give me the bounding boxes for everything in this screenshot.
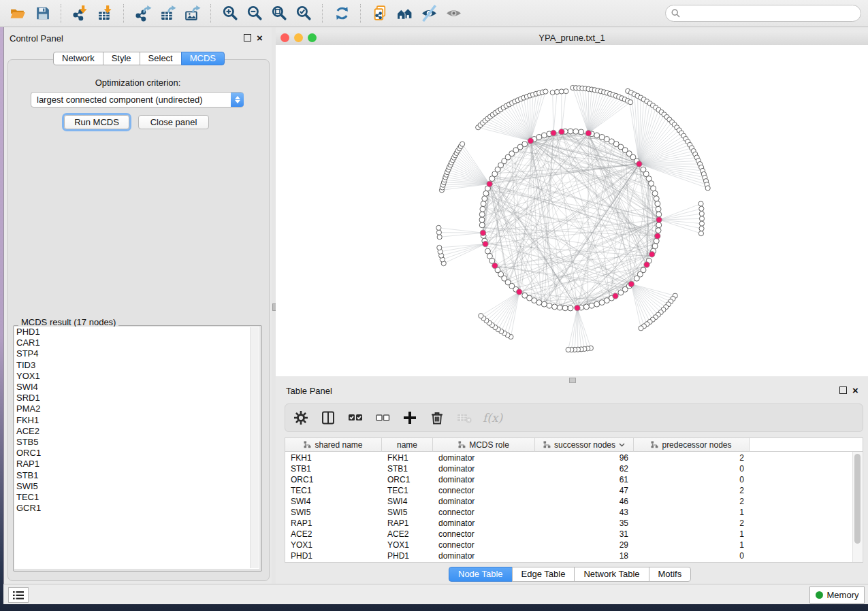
column-header-shared-name[interactable]: shared name xyxy=(285,438,382,452)
mcds-result-item[interactable]: ACE2 xyxy=(14,426,259,437)
mcds-list-scrollbar[interactable] xyxy=(250,327,259,568)
deselect-all-button[interactable] xyxy=(374,408,391,428)
close-panel-icon[interactable]: × xyxy=(257,35,263,41)
mcds-result-item[interactable]: SWI5 xyxy=(14,481,259,492)
save-session-button[interactable] xyxy=(30,2,54,25)
network-graph[interactable] xyxy=(276,45,868,376)
table-row[interactable]: ACE2ACE2connector311 xyxy=(285,529,750,540)
cell-predecessor-nodes[interactable]: 2 xyxy=(634,496,750,507)
zoom-out-button[interactable] xyxy=(242,2,267,25)
zoom-in-button[interactable] xyxy=(218,2,242,25)
cell-successor-nodes[interactable]: 61 xyxy=(535,474,634,485)
mcds-result-item[interactable]: SWI4 xyxy=(14,382,259,393)
cell-name[interactable]: ACE2 xyxy=(382,529,433,540)
mcds-result-item[interactable]: CAR1 xyxy=(14,337,259,348)
float-table-panel-icon[interactable] xyxy=(839,386,847,394)
close-table-panel-icon[interactable]: × xyxy=(852,387,858,393)
table-row[interactable]: SWI5SWI5connector431 xyxy=(285,507,750,518)
mcds-result-item[interactable]: RAP1 xyxy=(14,459,259,469)
cell-shared-name[interactable]: TEC1 xyxy=(285,485,382,496)
table-scrollbar-thumb[interactable] xyxy=(854,454,861,544)
cell-MCDS-role[interactable]: dominator xyxy=(433,463,535,474)
float-panel-icon[interactable] xyxy=(244,34,251,42)
export-table-button[interactable] xyxy=(155,2,180,25)
cell-successor-nodes[interactable]: 47 xyxy=(535,485,634,496)
delete-columns-button[interactable] xyxy=(428,408,446,428)
column-header-name[interactable]: name xyxy=(382,438,433,452)
mcds-result-item[interactable]: STP4 xyxy=(14,348,259,359)
import-table-button[interactable] xyxy=(93,2,117,25)
cell-shared-name[interactable]: YOX1 xyxy=(285,540,382,550)
cell-name[interactable]: SWI4 xyxy=(382,496,433,507)
table-row[interactable]: PHD1PHD1dominator180 xyxy=(285,550,750,561)
mcds-result-item[interactable]: PHD1 xyxy=(14,327,259,337)
cell-MCDS-role[interactable]: dominator xyxy=(433,474,535,485)
cell-shared-name[interactable]: STB1 xyxy=(285,463,382,474)
cell-shared-name[interactable]: SWI5 xyxy=(285,507,382,518)
cell-shared-name[interactable]: ACE2 xyxy=(285,529,382,540)
column-header-successor-nodes[interactable]: successor nodes xyxy=(535,438,634,452)
cell-name[interactable]: RAP1 xyxy=(382,518,433,529)
cell-predecessor-nodes[interactable]: 0 xyxy=(634,463,750,474)
mcds-result-list[interactable]: PHD1CAR1STP4TID3YOX1SWI4SRD1PMA2FKH1ACE2… xyxy=(14,327,259,569)
cell-shared-name[interactable]: SWI4 xyxy=(285,496,382,507)
cell-name[interactable]: ORC1 xyxy=(382,474,433,485)
cell-predecessor-nodes[interactable]: 1 xyxy=(634,507,750,518)
cell-successor-nodes[interactable]: 62 xyxy=(535,463,634,474)
tab-mcds[interactable]: MCDS xyxy=(181,52,225,65)
column-header-MCDS-role[interactable]: MCDS role xyxy=(433,438,535,452)
tab-network-table[interactable]: Network Table xyxy=(574,567,649,582)
column-header-predecessor-nodes[interactable]: predecessor nodes xyxy=(634,438,750,452)
mcds-result-item[interactable]: SRD1 xyxy=(14,393,259,403)
cell-name[interactable]: SWI5 xyxy=(382,507,433,518)
mcds-result-item[interactable]: TID3 xyxy=(14,360,259,371)
cell-successor-nodes[interactable]: 46 xyxy=(535,496,634,507)
table-row[interactable]: ORC1ORC1dominator610 xyxy=(285,474,750,485)
cell-successor-nodes[interactable]: 43 xyxy=(535,507,634,518)
horizontal-splitter-handle[interactable] xyxy=(569,378,576,383)
new-network-from-selection-button[interactable] xyxy=(368,2,392,25)
cell-name[interactable]: TEC1 xyxy=(382,485,433,496)
mcds-result-item[interactable]: YOX1 xyxy=(14,371,259,382)
cell-predecessor-nodes[interactable]: 2 xyxy=(634,518,750,529)
tab-style[interactable]: Style xyxy=(103,52,140,65)
table-row[interactable]: SWI4SWI4dominator462 xyxy=(285,496,750,507)
close-panel-button[interactable]: Close panel xyxy=(138,115,209,129)
task-history-button[interactable] xyxy=(8,587,29,603)
cell-successor-nodes[interactable]: 29 xyxy=(535,540,634,550)
cell-name[interactable]: PHD1 xyxy=(382,550,433,561)
cell-name[interactable]: FKH1 xyxy=(382,452,433,463)
export-image-button[interactable] xyxy=(180,2,204,25)
mcds-result-item[interactable]: PMA2 xyxy=(14,403,259,414)
network-frame-titlebar[interactable]: YPA_prune.txt_1 xyxy=(276,31,868,46)
show-graphics-details-button[interactable] xyxy=(441,2,466,25)
cell-MCDS-role[interactable]: connector xyxy=(433,529,535,540)
zoom-fit-button[interactable] xyxy=(267,2,291,25)
memory-button[interactable]: Memory xyxy=(809,587,865,604)
cell-predecessor-nodes[interactable]: 1 xyxy=(634,529,750,540)
tab-node-table[interactable]: Node Table xyxy=(449,567,513,582)
mcds-result-item[interactable]: TEC1 xyxy=(14,492,259,503)
mcds-result-item[interactable]: GCR1 xyxy=(14,503,259,514)
open-session-button[interactable] xyxy=(5,2,30,25)
cell-predecessor-nodes[interactable]: 0 xyxy=(634,474,750,485)
cell-MCDS-role[interactable]: connector xyxy=(433,540,535,550)
tab-select[interactable]: Select xyxy=(140,52,182,65)
search-input[interactable] xyxy=(684,8,861,19)
tab-edge-table[interactable]: Edge Table xyxy=(512,567,575,582)
tab-network[interactable]: Network xyxy=(53,52,103,65)
mcds-result-item[interactable]: STB5 xyxy=(14,437,259,448)
mcds-result-item[interactable]: FKH1 xyxy=(14,415,259,426)
create-column-button[interactable] xyxy=(401,408,419,428)
hide-selected-button[interactable] xyxy=(417,2,441,25)
cell-shared-name[interactable]: PHD1 xyxy=(285,550,382,561)
cell-name[interactable]: STB1 xyxy=(382,463,433,474)
tab-motifs[interactable]: Motifs xyxy=(649,567,692,582)
mcds-result-item[interactable]: STB1 xyxy=(14,470,259,481)
cell-successor-nodes[interactable]: 96 xyxy=(535,452,634,463)
table-row[interactable]: TEC1TEC1connector472 xyxy=(285,485,750,496)
table-row[interactable]: RAP1RAP1dominator352 xyxy=(285,518,750,529)
cell-shared-name[interactable]: ORC1 xyxy=(285,474,382,485)
apply-layout-button[interactable] xyxy=(329,2,354,25)
table-row[interactable]: YOX1YOX1connector291 xyxy=(285,540,750,550)
